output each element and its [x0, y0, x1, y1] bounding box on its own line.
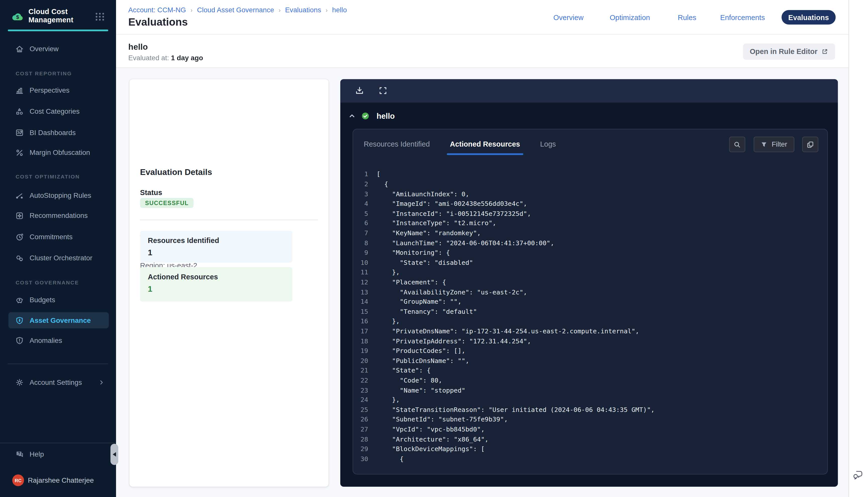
code-block[interactable]: 1[2 {3 "AmiLaunchIndex": 0,4 "ImageId": …: [353, 170, 825, 464]
code-line: 2 {: [353, 180, 825, 189]
breadcrumb-evaluations[interactable]: Evaluations: [285, 6, 321, 14]
nav-optimization[interactable]: Optimization: [610, 13, 650, 22]
nav-overview[interactable]: Overview: [553, 13, 584, 22]
autostopping-icon: [15, 191, 24, 200]
evaluated-at: Evaluated at: 1 day ago: [128, 54, 203, 62]
code-line: 23 "Name": "stopped": [353, 386, 825, 395]
copy-button[interactable]: [802, 137, 818, 152]
search-icon: [733, 141, 741, 149]
line-text: "AmiLaunchIndex": 0,: [377, 189, 469, 199]
sidebar-item-margin-obfuscation[interactable]: Margin Obfuscation: [0, 144, 116, 161]
line-text: },: [377, 395, 400, 405]
run-name: hello: [377, 111, 395, 120]
nav-evaluations-active[interactable]: Evaluations: [782, 10, 836, 25]
code-line: 3 "AmiLaunchIndex": 0,: [353, 189, 825, 199]
app-title: Cloud CostManagement: [28, 8, 73, 24]
code-line: 7 "KeyName": "randomkey",: [353, 229, 825, 239]
line-text: "VpcId": "vpc-bb845bd0",: [377, 425, 485, 435]
avatar: RC: [12, 474, 24, 486]
line-number: 14: [353, 297, 368, 307]
sidebar-item-help[interactable]: Help: [0, 446, 116, 463]
cloud-cost-logo-icon: $: [12, 12, 24, 22]
line-number: 27: [353, 425, 368, 435]
sidebar-item-autostopping-rules[interactable]: AutoStopping Rules: [0, 187, 116, 204]
line-text: "InstanceType": "t2.micro",: [377, 219, 496, 229]
chevron-up-icon: [349, 112, 355, 119]
line-text: "ImageId": "ami-002438e556dd03e4c",: [377, 199, 527, 209]
user-name: Rajarshee Chatterjee: [28, 477, 94, 484]
breadcrumb-account[interactable]: Account: CCM-NG: [128, 6, 186, 14]
sidebar-item-cost-categories[interactable]: Cost Categories: [0, 103, 116, 120]
line-number: 8: [353, 239, 368, 248]
sidebar-item-account-settings[interactable]: Account Settings: [0, 374, 116, 391]
shield-dollar-icon: [15, 316, 24, 325]
code-line: 29 "BlockDeviceMappings": [: [353, 444, 825, 454]
line-number: 26: [353, 415, 368, 425]
clock-history-icon: [15, 232, 24, 241]
app-grid-icon[interactable]: [94, 12, 105, 22]
line-number: 16: [353, 317, 368, 327]
line-number: 15: [353, 307, 368, 317]
line-number: 5: [353, 209, 368, 219]
code-line: 9 "Monitoring": {: [353, 248, 825, 258]
sidebar-collapse-handle[interactable]: [111, 444, 118, 465]
user-menu[interactable]: RC Rajarshee Chatterjee: [12, 474, 113, 486]
tab-resources-identified[interactable]: Resources Identified: [360, 140, 433, 155]
sidebar-divider-bottom: [0, 443, 116, 443]
percent-icon: [15, 148, 24, 157]
home-icon: [15, 45, 24, 54]
code-line: 20 "PublicDnsName": "",: [353, 356, 825, 366]
code-line: 6 "InstanceType": "t2.micro",: [353, 219, 825, 229]
sidebar-item-anomalies[interactable]: Anomalies: [0, 332, 116, 349]
line-number: 3: [353, 189, 368, 199]
line-text: "Monitoring": {: [377, 248, 450, 258]
search-button[interactable]: [729, 137, 745, 152]
chevron-right-icon: [98, 379, 105, 386]
line-text: },: [377, 317, 400, 327]
sidebar-divider: [8, 363, 108, 364]
code-line: 12 "Placement": {: [353, 278, 825, 287]
line-number: 23: [353, 386, 368, 395]
section-cost-optimization: COST OPTIMIZATION: [16, 173, 80, 179]
open-in-rule-editor-button[interactable]: Open in Rule Editor: [743, 43, 835, 59]
sidebar-item-commitments[interactable]: Commitments: [0, 229, 116, 245]
external-link-icon: [821, 48, 829, 55]
download-icon[interactable]: [355, 86, 364, 96]
sidebar-item-bi-dashboards[interactable]: BI Dashboards: [0, 124, 116, 141]
nav-enforcements[interactable]: Enforcements: [720, 13, 765, 22]
sidebar-item-cluster-orchestrator[interactable]: Cluster Orchestrator: [0, 250, 116, 266]
dashboard-image-icon: [15, 128, 24, 137]
nav-rules[interactable]: Rules: [678, 13, 697, 22]
line-number: 19: [353, 346, 368, 356]
line-number: 21: [353, 366, 368, 376]
support-chat-icon[interactable]: [852, 469, 864, 480]
status-badge: SUCCESSFUL: [140, 198, 194, 208]
tab-actioned-resources[interactable]: Actioned Resources: [447, 140, 523, 155]
tab-logs[interactable]: Logs: [537, 140, 559, 155]
code-line: 27 "VpcId": "vpc-bb845bd0",: [353, 425, 825, 435]
sidebar-item-recommendations[interactable]: Recommendations: [0, 207, 116, 224]
code-line: 22 "Code": 80,: [353, 376, 825, 386]
chevron-left-icon: [113, 452, 116, 457]
breadcrumb-current: hello: [332, 6, 347, 14]
sidebar-item-perspectives[interactable]: Perspectives: [0, 82, 116, 99]
code-line: 17 "PrivateDnsName": "ip-172-31-44-254.u…: [353, 327, 825, 337]
sidebar-item-asset-governance[interactable]: Asset Governance: [0, 312, 116, 329]
sidebar-item-budgets[interactable]: Budgets: [0, 292, 116, 309]
breadcrumb: Account: CCM-NG › Cloud Asset Governance…: [128, 6, 347, 14]
breadcrumb-cloud-asset-governance[interactable]: Cloud Asset Governance: [197, 6, 274, 14]
code-line: 28 "Architecture": "x86_64",: [353, 435, 825, 444]
code-line: 18 "PrivateIpAddress": "172.31.44.254",: [353, 337, 825, 346]
stat-actioned-resources: Actioned Resources 1: [140, 267, 292, 301]
line-text: [: [377, 170, 380, 180]
breadcrumb-separator: ›: [326, 6, 328, 13]
code-line: 19 "ProductCodes": [],: [353, 346, 825, 356]
sidebar-item-overview[interactable]: Overview: [0, 41, 116, 57]
code-line: 13 "AvailabilityZone": "us-east-2c",: [353, 287, 825, 297]
viewer-toolbar: [340, 79, 838, 102]
gear-icon: [15, 378, 24, 387]
run-collapse-row[interactable]: hello: [340, 102, 838, 129]
fullscreen-icon[interactable]: [378, 86, 388, 96]
filter-button[interactable]: Filter: [754, 137, 794, 152]
code-line: 21 "State": {: [353, 366, 825, 376]
